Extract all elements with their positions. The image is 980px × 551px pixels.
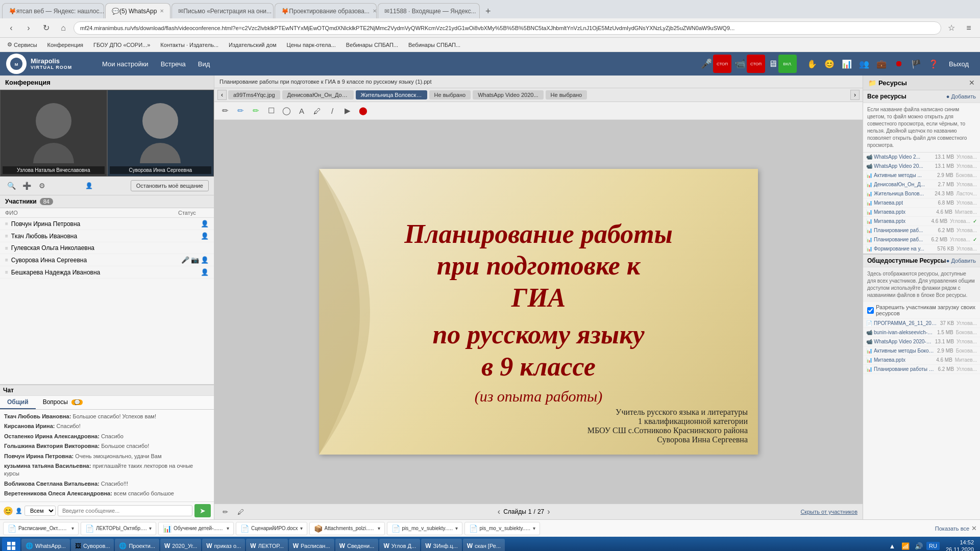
download-item-2[interactable]: 📄 ЛЕКТОРЫ_Октябр...doc ▾	[81, 522, 156, 535]
url-input[interactable]: mf24.miranimbus.ru/vfs/download/flash/vi…	[74, 21, 941, 35]
participants-settings-icon[interactable]: ⚙	[36, 180, 48, 192]
bookmark-webinars1[interactable]: Вебинары СПБАП...	[343, 41, 401, 49]
public-res-item-3[interactable]: 📹 WhatsApp Video 2020-11-26 at ... 13.1 …	[863, 337, 980, 346]
briefcase-icon[interactable]: 💼	[874, 57, 889, 71]
send-message-button[interactable]: ➤	[194, 504, 211, 517]
back-button[interactable]: ‹	[4, 21, 18, 35]
home-button[interactable]: ⌂	[56, 21, 70, 35]
slide-tab-2[interactable]: ДенисоваЮн_Он_Досте...	[282, 90, 354, 99]
flag-icon[interactable]: 🏴	[909, 57, 923, 71]
download-item-4[interactable]: 📄 СценарийИРО.docx ▾	[236, 522, 307, 535]
browser-tab-5[interactable]: ✉ 11588 · Входящие — Яндекс... ✕	[378, 3, 480, 18]
participant-item-5[interactable]: ≡ Бешкарева Надежда Ивановна 👤	[0, 266, 214, 279]
draw-pencil-button[interactable]: ✏	[218, 104, 232, 117]
download-item-6[interactable]: 📄 pis_mo_v_subiekty...pdf ▾	[387, 522, 462, 535]
dl-arrow-4[interactable]: ▾	[300, 525, 303, 531]
hide-participants-button[interactable]: Скрыть от участников	[800, 509, 857, 515]
stop-mic-button[interactable]: СТОП	[713, 55, 731, 73]
star-bookmark-button[interactable]: ☆	[944, 21, 959, 35]
slide-pointer-tool[interactable]: 🖊	[234, 507, 247, 517]
forward-button[interactable]: ›	[21, 21, 36, 35]
slide-next-button[interactable]: ›	[546, 506, 551, 517]
record-icon[interactable]: ⏺	[892, 57, 906, 71]
taskbar-item-1[interactable]: 🌐 WhatsApp...	[21, 539, 70, 551]
download-item-3[interactable]: 📊 Обучение детей-...pptx ▾	[158, 522, 234, 535]
resource-item-10[interactable]: 📊 Планирование раб... 6.2 MB Углова... ✓	[863, 235, 980, 244]
slide-tabs-prev[interactable]: ‹	[217, 90, 227, 100]
draw-marker-button[interactable]: 🖊	[310, 104, 324, 117]
draw-arrow-button[interactable]: ▶	[341, 104, 354, 117]
taskbar-item-10[interactable]: W ЗИнф.ц...	[421, 539, 462, 551]
menu-meeting[interactable]: Встреча	[156, 58, 191, 70]
start-button[interactable]	[2, 538, 20, 551]
resource-item-11[interactable]: 📊 Формирование на у... 576 KB Углова...	[863, 244, 980, 254]
taskbar-item-2[interactable]: 🖼 Суворов...	[71, 539, 114, 551]
browser-tab-3[interactable]: ✉ Письмо «Регистрация на они... ✕	[172, 3, 274, 18]
taskbar-item-5[interactable]: W приказ о...	[202, 539, 245, 551]
chart-icon[interactable]: 📊	[840, 57, 854, 71]
taskbar-item-6[interactable]: W ЛЕКТОР...	[246, 539, 288, 551]
dl-arrow-5[interactable]: ▾	[378, 525, 380, 531]
bookmark-prices[interactable]: Цены парк-отела...	[284, 41, 339, 49]
draw-text-button[interactable]: A	[295, 104, 308, 117]
resources-close-button[interactable]: ✕	[969, 79, 975, 87]
draw-pencil3-button[interactable]: ✏	[249, 104, 262, 117]
public-res-item-6[interactable]: 📊 Планирование работы при под... 6.2 MB …	[863, 365, 980, 374]
download-item-5[interactable]: 📦 Attachments_polzi...zip ▾	[309, 522, 385, 535]
bookmark-publisher[interactable]: Издательский дом	[226, 41, 280, 49]
add-public-resource-button[interactable]: ● Добавить	[946, 258, 976, 264]
resource-item-4[interactable]: 📊 ДенисоваЮн_Он_Д... 2.7 MB Углова...	[863, 180, 980, 189]
search-participants-icon[interactable]: 🔍	[5, 180, 17, 192]
public-res-item-2[interactable]: 📹 bunin-ivan-alekseevich-pomnyу... 1.5 M…	[863, 328, 980, 337]
smiley-icon[interactable]: 😊	[822, 57, 837, 71]
hand-raise-icon[interactable]: ✋	[805, 57, 819, 71]
chat-tab-questions[interactable]: Вопросы 💬	[36, 396, 90, 409]
close-download-bar-button[interactable]: ✕	[971, 524, 977, 532]
draw-pencil2-button[interactable]: ✏	[234, 104, 247, 117]
network-icon[interactable]: 📶	[900, 540, 911, 551]
close-tab-4[interactable]: ✕	[373, 8, 377, 14]
download-item-1[interactable]: 📄 Расписание_Окт...doc ▾	[3, 522, 79, 535]
download-item-7[interactable]: 📄 pis_mo_v_subiekty...pdf ▾	[464, 522, 540, 535]
users-icon[interactable]: 👥	[857, 57, 871, 71]
resource-item-1[interactable]: 📹 WhatsApp Video 2... 13.1 MB Углова...	[863, 153, 980, 162]
reload-button[interactable]: ↻	[39, 21, 53, 35]
slide-tab-4[interactable]: Не выбрано	[429, 90, 471, 99]
bookmark-school[interactable]: ГБОУ ДПО «СОРИ...»	[90, 41, 153, 49]
bookmark-contacts[interactable]: Контакты · Издатель...	[157, 41, 222, 49]
slide-tab-5[interactable]: WhatsApp Video 2020...	[473, 90, 543, 99]
public-res-item-4[interactable]: 📊 Активные методы Бокова.pptx 2.9 MB Бок…	[863, 346, 980, 356]
stop-camera-button[interactable]: СТОП	[747, 55, 765, 73]
browser-tab-1[interactable]: 🦊 ятсап веб — Яндекс: нашлос... ✕	[2, 3, 104, 18]
allow-upload-checkbox[interactable]	[867, 307, 874, 314]
resource-item-5[interactable]: 📊 Жительница Волов... 24.3 MB Ласточ...	[863, 189, 980, 198]
slide-draw-tool[interactable]: ✏	[219, 507, 231, 517]
dl-arrow-6[interactable]: ▾	[455, 525, 458, 531]
new-tab-button[interactable]: +	[481, 4, 495, 18]
slide-prev-button[interactable]: ‹	[497, 506, 501, 517]
close-tab-2[interactable]: ✕	[160, 8, 164, 14]
draw-clear-button[interactable]: ⬤	[356, 104, 370, 117]
resource-item-7[interactable]: 📊 Митаева.pptx 4.6 MB Митаев...	[863, 208, 980, 217]
help-icon[interactable]: ❓	[926, 57, 941, 71]
add-participant-icon[interactable]: ➕	[20, 180, 33, 192]
taskbar-item-9[interactable]: W Углов Д...	[379, 539, 420, 551]
dl-arrow-7[interactable]: ▾	[533, 525, 535, 531]
resource-item-6[interactable]: 📊 Митаева.ppt 6.8 MB Углова...	[863, 198, 980, 208]
screen-share-button[interactable]: ВКЛ.	[778, 55, 797, 73]
taskbar-item-8[interactable]: W Сведени...	[335, 539, 379, 551]
resource-item-3[interactable]: 📊 Активные методы ... 2.9 MB Бокова...	[863, 171, 980, 180]
menu-settings[interactable]: Мои настройки	[97, 58, 154, 70]
slide-tab-3[interactable]: Жительница Воловского ...	[356, 90, 427, 99]
slide-tab-6[interactable]: Не выбрано	[546, 90, 587, 99]
participant-item-2[interactable]: ≡ Ткач Любовь Ивановна 👤	[0, 230, 214, 242]
slide-tabs-next[interactable]: ›	[850, 90, 860, 100]
public-res-item-5[interactable]: 📊 Митаева.pptx 4.6 MB Митаев...	[863, 356, 980, 365]
stop-broadcast-button[interactable]: Остановить моё вещание	[131, 180, 209, 191]
emoji-button[interactable]: 😊	[3, 506, 13, 516]
show-all-downloads-button[interactable]: Показать все	[935, 525, 969, 532]
bookmark-webinars2[interactable]: Вебинары СПБАП...	[405, 41, 463, 49]
menu-view[interactable]: Вид	[193, 58, 215, 70]
taskbar-item-3[interactable]: 🌐 Проекти...	[115, 539, 159, 551]
resource-item-2[interactable]: 📹 WhatsApp Video 20... 13.1 MB Углова...	[863, 162, 980, 171]
